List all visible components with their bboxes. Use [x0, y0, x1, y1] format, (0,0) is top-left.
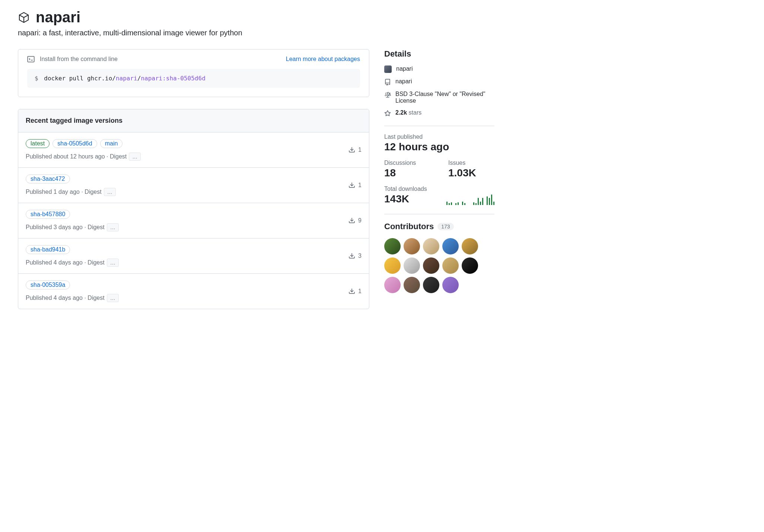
divider: [384, 126, 494, 126]
version-row: sha-bad941bPublished 4 days ago · Digest…: [18, 238, 369, 274]
container-icon: [18, 12, 30, 23]
license-link[interactable]: BSD 3-Clause "New" or "Revised" License: [395, 91, 494, 104]
version-meta: Published about 12 hours ago · Digest…: [26, 153, 348, 161]
avatar[interactable]: [442, 238, 459, 254]
avatar[interactable]: [404, 257, 420, 274]
download-icon: [348, 182, 355, 189]
avatar[interactable]: [442, 277, 459, 293]
digest-menu-button[interactable]: …: [107, 259, 119, 267]
last-published-label: Last published: [384, 134, 494, 140]
avatar[interactable]: [423, 277, 439, 293]
version-tag[interactable]: sha-3aac472: [26, 174, 70, 183]
issues-stat[interactable]: Issues 1.03K: [448, 160, 494, 179]
version-tag[interactable]: latest: [26, 139, 50, 148]
avatar[interactable]: [384, 277, 401, 293]
install-command[interactable]: $ docker pull ghcr.io/napari/napari:sha-…: [27, 69, 360, 88]
owner-row[interactable]: napari: [384, 65, 494, 73]
download-count: 9: [348, 217, 362, 224]
package-title: napari: [36, 9, 80, 26]
version-meta: Published 1 day ago · Digest…: [26, 188, 348, 196]
download-count: 3: [348, 253, 362, 259]
package-description: napari: a fast, interactive, multi-dimen…: [18, 29, 494, 37]
download-icon: [348, 288, 355, 295]
avatar[interactable]: [442, 257, 459, 274]
download-icon: [348, 217, 355, 224]
avatar[interactable]: [384, 257, 401, 274]
digest-menu-button[interactable]: …: [107, 223, 119, 231]
version-meta: Published 3 days ago · Digest…: [26, 223, 348, 231]
install-label: Install from the command line: [27, 55, 118, 63]
repo-row[interactable]: napari: [384, 78, 494, 86]
downloads-stat: Total downloads 143K: [384, 186, 427, 205]
law-icon: [384, 92, 391, 98]
download-icon: [348, 253, 355, 259]
contributors-count: 173: [437, 223, 453, 230]
version-row: sha-005359aPublished 4 days ago · Digest…: [18, 274, 369, 309]
owner-avatar: [384, 65, 392, 73]
contributors-avatars: [384, 238, 494, 293]
last-published-value: 12 hours ago: [384, 141, 494, 153]
version-tag[interactable]: sha-b457880: [26, 210, 70, 219]
digest-menu-button[interactable]: …: [129, 153, 141, 161]
learn-more-link[interactable]: Learn more about packages: [286, 56, 360, 63]
download-count: 1: [348, 182, 362, 189]
version-tag[interactable]: main: [100, 139, 123, 148]
license-row[interactable]: BSD 3-Clause "New" or "Revised" License: [384, 91, 494, 104]
version-row: sha-3aac472Published 1 day ago · Digest……: [18, 168, 369, 203]
version-meta: Published 4 days ago · Digest…: [26, 259, 348, 267]
avatar[interactable]: [423, 257, 439, 274]
repo-link[interactable]: napari: [395, 78, 412, 85]
avatar[interactable]: [462, 238, 478, 254]
svg-rect-0: [28, 57, 34, 62]
download-count: 1: [348, 288, 362, 295]
contributors-section: Contributors 173: [384, 222, 494, 293]
repo-icon: [384, 79, 391, 86]
digest-menu-button[interactable]: …: [107, 294, 119, 302]
downloads-sparkline: [446, 194, 494, 205]
digest-menu-button[interactable]: …: [104, 188, 116, 196]
avatar[interactable]: [384, 238, 401, 254]
download-count: 1: [348, 147, 362, 153]
details-title: Details: [384, 49, 494, 59]
details-section: Details napari napari BSD 3-Clause "New"…: [384, 49, 494, 117]
divider: [384, 214, 494, 214]
version-tag[interactable]: sha-005359a: [26, 281, 70, 289]
version-row: latestsha-0505d6dmainPublished about 12 …: [18, 132, 369, 168]
owner-link[interactable]: napari: [396, 65, 413, 72]
version-tag[interactable]: sha-0505d6d: [52, 139, 97, 148]
versions-box: Recent tagged image versions latestsha-0…: [18, 109, 369, 309]
version-meta: Published 4 days ago · Digest…: [26, 294, 348, 302]
terminal-icon: [27, 55, 35, 63]
stats-section: Last published 12 hours ago Discussions …: [384, 134, 494, 205]
download-icon: [348, 147, 355, 153]
contributors-title: Contributors: [384, 222, 434, 231]
versions-title: Recent tagged image versions: [18, 109, 369, 132]
install-box: Install from the command line Learn more…: [18, 49, 369, 97]
version-tag[interactable]: sha-bad941b: [26, 245, 70, 254]
avatar[interactable]: [404, 277, 420, 293]
version-row: sha-b457880Published 3 days ago · Digest…: [18, 203, 369, 238]
stars-row[interactable]: 2.2k stars: [384, 109, 494, 117]
avatar[interactable]: [462, 257, 478, 274]
discussions-stat[interactable]: Discussions 18: [384, 160, 430, 179]
star-icon: [384, 110, 391, 117]
avatar[interactable]: [404, 238, 420, 254]
page-header: napari: [18, 9, 494, 26]
avatar[interactable]: [423, 238, 439, 254]
